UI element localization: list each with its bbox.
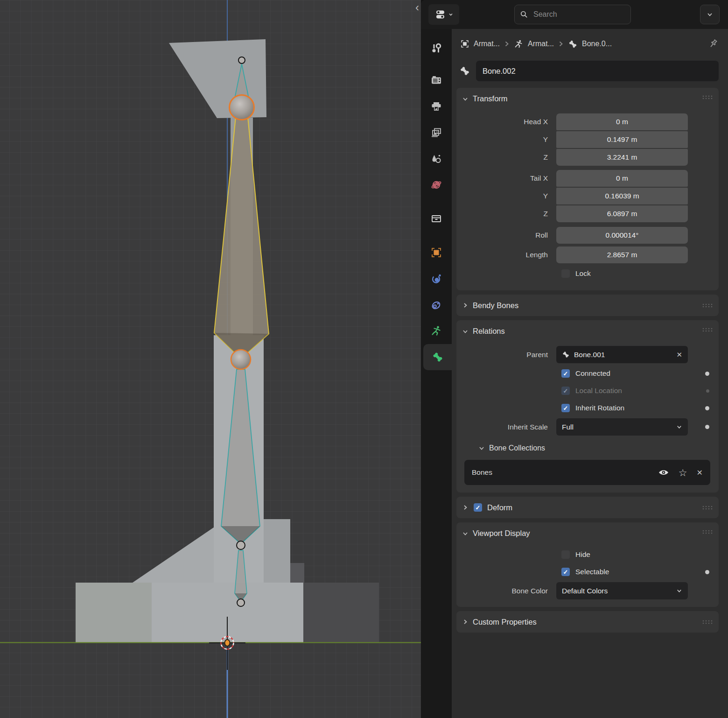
bone-collection-row[interactable]: Bones ☆ ✕ xyxy=(464,460,710,485)
inherit-scale-dropdown[interactable]: Full xyxy=(556,418,688,436)
unassign-x-icon[interactable]: ✕ xyxy=(697,468,703,477)
connected-checkbox[interactable] xyxy=(561,369,570,378)
object-icon xyxy=(460,39,469,49)
tab-scene[interactable] xyxy=(421,146,452,172)
chevron-down-icon xyxy=(676,588,682,594)
hide-checkbox[interactable] xyxy=(561,550,570,559)
panel-drag-grip[interactable] xyxy=(702,303,713,308)
chevron-down-icon xyxy=(707,11,713,18)
search-input[interactable] xyxy=(532,10,626,19)
visibility-eye-icon[interactable] xyxy=(658,468,669,477)
breadcrumb-object[interactable]: Armat... xyxy=(460,39,500,49)
bone-root-head-joint[interactable] xyxy=(237,599,245,606)
view-layer-images-icon xyxy=(430,127,442,139)
panel-custom-properties-header[interactable]: Custom Properties xyxy=(456,618,719,626)
selectable-decorator[interactable] xyxy=(705,570,709,574)
inherit-scale-value: Full xyxy=(562,423,574,431)
panel-title: Transform xyxy=(473,94,508,103)
lock-checkbox[interactable] xyxy=(561,269,570,278)
mesh-ankle-dark-step[interactable] xyxy=(290,563,304,583)
tail-y-field[interactable]: 0.16039 m xyxy=(556,188,688,204)
editor-type-button[interactable] xyxy=(428,4,459,25)
bone-002-head-joint-selected[interactable] xyxy=(231,350,251,369)
tab-constraints[interactable] xyxy=(421,292,452,318)
tab-collection[interactable] xyxy=(421,205,452,232)
inherit-rotation-label: Inherit Rotation xyxy=(575,404,624,412)
tab-bone[interactable] xyxy=(423,344,452,370)
head-y-field[interactable]: 0.1497 m xyxy=(556,131,688,148)
chevron-right-icon xyxy=(558,41,564,47)
bone-001-head-joint[interactable] xyxy=(237,541,245,549)
tab-render[interactable] xyxy=(421,67,452,93)
inherit-scale-label: Inherit Scale xyxy=(456,423,556,431)
inherit-rotation-checkbox[interactable] xyxy=(561,404,570,412)
inherit-scale-decorator[interactable] xyxy=(705,425,709,429)
chevron-down-icon xyxy=(462,96,469,102)
deform-checkbox[interactable] xyxy=(474,503,482,512)
armature-runner-icon xyxy=(514,39,524,49)
bone-collections-subpanel-header[interactable]: Bone Collections xyxy=(456,436,719,455)
parent-field[interactable]: Bone.001 ✕ xyxy=(556,346,688,363)
clear-parent-icon[interactable]: ✕ xyxy=(676,351,682,359)
mesh-ankle-step[interactable] xyxy=(264,519,290,583)
connected-row: Connected xyxy=(456,366,719,380)
local-location-checkbox[interactable] xyxy=(561,387,570,395)
breadcrumb-armature-data[interactable]: Armat... xyxy=(514,39,554,49)
panel-bendy-bones: Bendy Bones xyxy=(456,295,719,316)
connected-decorator[interactable] xyxy=(705,372,709,376)
pin-icon[interactable] xyxy=(707,38,719,49)
3d-viewport-canvas[interactable] xyxy=(0,0,421,718)
panel-bendy-bones-header[interactable]: Bendy Bones xyxy=(456,301,719,310)
physics-icon xyxy=(430,273,442,285)
inherit-rotation-decorator[interactable] xyxy=(705,406,709,410)
panel-title: Bendy Bones xyxy=(473,301,518,310)
head-z-label: Z xyxy=(456,153,556,162)
tab-view-layer[interactable] xyxy=(421,120,452,146)
panel-drag-grip[interactable] xyxy=(702,619,713,624)
chevron-down-icon xyxy=(448,12,453,17)
viewport-region-collapse-chevron[interactable]: ‹ xyxy=(415,2,419,13)
panel-drag-grip[interactable] xyxy=(702,95,713,99)
tab-tool[interactable] xyxy=(421,35,452,62)
mesh-foot-dark[interactable] xyxy=(303,583,379,642)
tail-z-field[interactable]: 6.0897 m xyxy=(556,205,688,222)
panel-transform-header[interactable]: Transform xyxy=(456,92,719,108)
tool-icon xyxy=(430,42,442,55)
tab-physics[interactable] xyxy=(421,266,452,292)
panel-viewport-display-header[interactable]: Viewport Display xyxy=(456,526,719,542)
solo-star-icon[interactable]: ☆ xyxy=(679,468,687,478)
chevron-down-icon xyxy=(462,328,469,335)
tail-x-field[interactable]: 0 m xyxy=(556,170,688,187)
bone-name-input[interactable] xyxy=(476,61,719,81)
bone-icon xyxy=(568,39,578,49)
head-x-field[interactable]: 0 m xyxy=(556,113,688,130)
search-box[interactable] xyxy=(514,5,631,24)
tab-output[interactable] xyxy=(421,93,452,120)
bone-top-tail-joint[interactable] xyxy=(238,57,245,63)
tab-object[interactable] xyxy=(421,239,452,266)
scene-icon xyxy=(430,153,442,165)
selectable-checkbox[interactable] xyxy=(561,568,570,576)
panel-drag-grip[interactable] xyxy=(702,505,713,510)
local-location-decorator[interactable] xyxy=(706,389,709,393)
3d-viewport[interactable]: ‹ xyxy=(0,0,421,718)
breadcrumb-bone[interactable]: Bone.0... xyxy=(568,39,612,49)
panel-deform-header[interactable]: Deform xyxy=(456,503,719,512)
panel-transform: Transform Head X 0 m Y 0.1497 m Z 3.2241… xyxy=(456,88,719,290)
tab-object-data-armature[interactable] xyxy=(421,318,452,344)
tab-world[interactable] xyxy=(421,172,452,198)
bone-002-tail-joint-selected[interactable] xyxy=(230,95,254,120)
head-z-field[interactable]: 3.2241 m xyxy=(556,149,688,166)
lock-row: Lock xyxy=(456,267,719,281)
bone-icon xyxy=(562,351,570,359)
search-icon xyxy=(519,10,529,19)
roll-field[interactable]: 0.000014° xyxy=(556,227,688,244)
length-field[interactable]: 2.8657 m xyxy=(556,246,688,263)
panel-drag-grip[interactable] xyxy=(702,529,713,534)
local-location-row: Local Location xyxy=(456,384,719,398)
panel-drag-grip[interactable] xyxy=(702,327,713,332)
bone-color-dropdown[interactable]: Default Colors xyxy=(556,582,688,599)
header-menu-collapse-button[interactable] xyxy=(700,5,720,24)
panel-relations-header[interactable]: Relations xyxy=(456,324,719,340)
mesh-foot-left[interactable] xyxy=(76,583,152,642)
